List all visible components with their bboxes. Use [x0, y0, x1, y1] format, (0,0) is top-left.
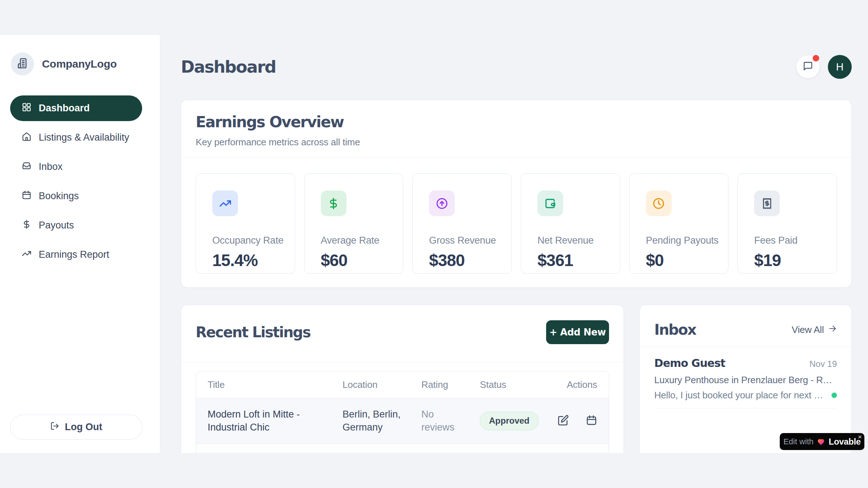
grid-icon [22, 102, 31, 115]
metric-card-occupancy-rate: Occupancy Rate 15.4% [196, 174, 295, 274]
logout-button[interactable]: Log Out [10, 415, 142, 440]
earnings-overview-title: Earnings Overview [196, 113, 837, 131]
building-icon [16, 57, 29, 71]
cell-title: Modern Loft in Mitte - Industrial Chic [208, 408, 342, 434]
cell-actions [558, 415, 597, 427]
main-content: Dashboard H Earnings Overview [160, 35, 868, 453]
column-header-status: Status [480, 379, 558, 390]
sidebar-item-inbox[interactable]: Inbox [10, 154, 142, 180]
trending-up-icon [212, 191, 238, 216]
metric-card-average-rate: Average Rate $60 [304, 174, 404, 274]
message-sender: Demo Guest [654, 357, 725, 369]
earnings-overview-card: Earnings Overview Key performance metric… [181, 100, 852, 288]
calendar-icon [586, 415, 597, 427]
lovable-brand-label: Lovable [829, 437, 861, 447]
sidebar-item-label: Inbox [39, 161, 63, 172]
calendar-icon [22, 190, 31, 202]
sidebar-item-label: Payouts [39, 220, 74, 231]
metric-value: $361 [537, 251, 613, 270]
view-all-link[interactable]: View All [792, 324, 837, 335]
sidebar-item-label: Bookings [39, 191, 79, 202]
sidebar-item-listings[interactable]: Listings & Availability [10, 125, 142, 150]
column-header-location: Location [342, 379, 421, 390]
lovable-heart-icon [817, 437, 825, 446]
logout-icon [50, 421, 59, 433]
message-subject: Luxury Penthouse in Prenzlauer Berg - Ro… [654, 374, 837, 386]
message-date: Nov 19 [809, 359, 837, 369]
message-preview: Hello, I just booked your place for next… [654, 390, 827, 401]
trending-up-icon [22, 249, 31, 261]
view-all-label: View All [792, 324, 824, 335]
inbox-title: Inbox [654, 321, 696, 338]
cell-status: Approved [480, 412, 558, 430]
app-viewport: CompanyLogo Dashboard [0, 35, 868, 453]
table-header-row: Title Location Rating Status Actions [196, 372, 609, 398]
topbar: Dashboard H [181, 55, 852, 79]
lovable-badge[interactable]: Edit with Lovable × [780, 433, 864, 450]
sidebar-item-earnings-report[interactable]: Earnings Report [10, 242, 142, 267]
metric-value: $380 [429, 251, 504, 270]
cell-location: Berlin, Berlin, Germany [342, 408, 421, 434]
divider [181, 362, 624, 362]
metrics-row: Occupancy Rate 15.4% Average Rate $60 [196, 174, 837, 274]
metric-label: Gross Revenue [429, 235, 504, 246]
logout-label: Log Out [65, 421, 102, 433]
sidebar-nav: Dashboard Listings & Availability [0, 95, 160, 267]
column-header-actions: Actions [558, 379, 597, 390]
dollar-icon [22, 219, 31, 232]
page-title: Dashboard [181, 57, 276, 77]
metric-label: Fees Paid [754, 235, 829, 246]
calendar-button[interactable] [586, 415, 597, 427]
clock-icon [646, 191, 672, 216]
metric-label: Occupancy Rate [212, 235, 288, 246]
metric-label: Average Rate [321, 235, 396, 246]
logo: CompanyLogo [11, 52, 160, 76]
dollar-icon [321, 191, 346, 216]
receipt-icon [754, 191, 780, 216]
arrow-up-circle-icon [429, 191, 455, 216]
user-avatar[interactable]: H [828, 55, 852, 79]
table-row[interactable]: Modern Loft in Mitte - Industrial Chic B… [196, 398, 609, 444]
notification-dot [813, 55, 819, 61]
metric-label: Pending Payouts [646, 235, 721, 246]
metric-value: $0 [646, 251, 721, 270]
chat-button[interactable] [796, 55, 820, 78]
add-new-button[interactable]: + Add New [546, 320, 609, 344]
sidebar-item-label: Dashboard [39, 103, 90, 114]
metric-value: $60 [321, 251, 396, 270]
column-header-rating: Rating [421, 379, 480, 390]
sidebar: CompanyLogo Dashboard [0, 35, 160, 453]
sidebar-item-payouts[interactable]: Payouts [10, 213, 142, 238]
close-icon[interactable]: × [858, 433, 862, 440]
cell-rating: No reviews [421, 408, 480, 434]
earnings-overview-subtitle: Key performance metrics across all time [196, 137, 837, 148]
avatar-initial: H [836, 61, 844, 73]
metric-card-fees-paid: Fees Paid $19 [737, 174, 837, 274]
status-badge: Approved [480, 412, 539, 430]
arrow-right-icon [828, 324, 837, 335]
metric-card-gross-revenue: Gross Revenue $380 [412, 174, 512, 274]
logo-avatar [11, 52, 34, 76]
sidebar-item-dashboard[interactable]: Dashboard [10, 95, 142, 121]
column-header-title: Title [208, 379, 342, 390]
table-row-partial [196, 444, 609, 453]
metric-value: $19 [754, 251, 829, 270]
metric-card-net-revenue: Net Revenue $361 [521, 174, 620, 274]
sidebar-item-bookings[interactable]: Bookings [10, 183, 142, 209]
sidebar-item-label: Earnings Report [39, 249, 109, 260]
inbox-message[interactable]: Demo Guest Nov 19 Luxury Penthouse in Pr… [654, 347, 837, 408]
wallet-icon [537, 191, 563, 216]
recent-listings-card: Recent Listings + Add New Title Location… [181, 305, 624, 453]
earnings-overview-header: Earnings Overview Key performance metric… [181, 100, 851, 158]
chat-icon [803, 61, 813, 73]
metric-label: Net Revenue [537, 235, 613, 246]
house-icon [22, 132, 31, 144]
inbox-card: Inbox View All Demo Guest Nov [639, 305, 852, 453]
unread-dot [831, 393, 837, 398]
edit-icon [558, 415, 569, 427]
sidebar-item-label: Listings & Availability [39, 132, 129, 143]
logo-text: CompanyLogo [42, 58, 117, 70]
metric-card-pending-payouts: Pending Payouts $0 [629, 174, 729, 274]
edit-button[interactable] [558, 415, 569, 427]
inbox-icon [22, 161, 31, 173]
